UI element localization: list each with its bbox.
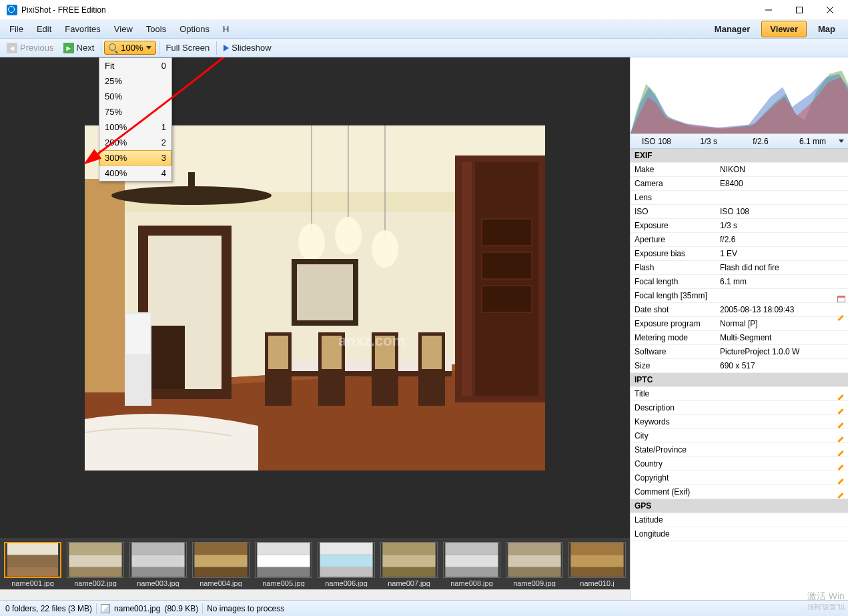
chevron-down-icon <box>839 139 844 143</box>
metadata-row[interactable]: Country <box>630 457 848 471</box>
svg-rect-52 <box>194 555 247 567</box>
maximize-button[interactable] <box>784 0 815 20</box>
calendar-icon <box>837 296 845 302</box>
svg-rect-55 <box>257 555 310 567</box>
thumbnail-image <box>318 542 375 578</box>
thumbnail-item[interactable]: name001.jpg <box>3 542 63 587</box>
thumbnail-item[interactable]: name005.jpg <box>254 542 314 587</box>
thumbnail-image <box>67 542 124 578</box>
metadata-section-exif: EXIF <box>630 149 848 163</box>
zoom-option-75[interactable]: 75% <box>99 104 171 119</box>
status-filename: name001.jpg <box>114 604 160 613</box>
svg-rect-18 <box>482 219 532 246</box>
image-viewer[interactable]: anxz.com Fit025%50%75%100%1200%2300%3400… <box>0 57 630 539</box>
zoom-option-Fit[interactable]: Fit0 <box>99 58 171 73</box>
menu-options[interactable]: Options <box>173 21 216 37</box>
thumbnail-item[interactable]: name009.jpg <box>504 542 564 587</box>
svg-rect-61 <box>382 555 435 567</box>
thumbnail-item[interactable]: name006.jpg <box>316 542 376 587</box>
svg-rect-58 <box>320 555 372 567</box>
zoom-option-25[interactable]: 25% <box>99 73 171 89</box>
menu-help[interactable]: H <box>216 21 236 37</box>
svg-rect-28 <box>188 172 195 196</box>
menu-tools[interactable]: Tools <box>139 21 173 37</box>
horizontal-scrollbar[interactable] <box>0 589 630 600</box>
svg-rect-57 <box>320 543 372 555</box>
metadata-row: SoftwarePictureProject 1.0.0 W <box>630 345 848 359</box>
exif-summary-bar[interactable]: ISO 108 1/3 s f/2.6 6.1 mm <box>630 134 848 149</box>
toolbar: ◄ Previous ► Next 100% Full Screen Slide… <box>0 39 848 57</box>
zoom-option-100[interactable]: 100%1 <box>99 119 171 135</box>
svg-rect-19 <box>482 252 532 279</box>
metadata-row[interactable]: Description <box>630 401 848 415</box>
svg-rect-60 <box>382 543 435 555</box>
thumbnail-label: name001.jpg <box>11 579 54 587</box>
svg-rect-38 <box>422 336 442 369</box>
thumbnail-label: name004.jpg <box>199 579 242 587</box>
zoom-option-300[interactable]: 300%3 <box>99 150 171 166</box>
thumbnail-label: name007.jpg <box>388 579 430 587</box>
thumbnail-label: name008.jpg <box>450 579 493 587</box>
thumbnail-item[interactable]: name003.jpg <box>128 542 188 587</box>
menu-favorites[interactable]: Favorites <box>58 21 107 37</box>
previous-button[interactable]: ◄ Previous <box>3 41 58 55</box>
pencil-icon <box>837 422 845 430</box>
metadata-row: Lens <box>630 191 848 205</box>
metadata-row[interactable]: Focal length [35mm] <box>630 289 848 303</box>
metadata-row[interactable]: Keywords <box>630 415 848 429</box>
thumbnail-label: name002.jpg <box>74 579 117 587</box>
menu-view[interactable]: View <box>107 21 139 37</box>
svg-rect-32 <box>268 336 288 369</box>
close-button[interactable] <box>815 0 845 20</box>
metadata-row: Aperturef/2.6 <box>630 233 848 247</box>
metadata-row[interactable]: Date shot2005-08-13 18:09:43 <box>630 303 848 317</box>
thumbnail-image <box>255 542 312 578</box>
metadata-row: Exposure bias1 EV <box>630 247 848 261</box>
fullscreen-button[interactable]: Full Screen <box>162 41 214 55</box>
mode-manager-button[interactable]: Manager <box>706 21 759 37</box>
pencil-icon <box>837 408 845 416</box>
mode-map-button[interactable]: Map <box>809 21 844 37</box>
slideshow-button[interactable]: Slideshow <box>220 41 275 55</box>
thumbnail-item[interactable]: name002.jpg <box>65 542 125 587</box>
svg-point-22 <box>298 224 325 261</box>
metadata-row[interactable]: Copyright <box>630 471 848 485</box>
pencil-icon <box>837 436 845 444</box>
minimize-button[interactable] <box>753 0 784 20</box>
play-icon <box>224 45 229 51</box>
svg-rect-59 <box>320 567 372 577</box>
thumbnail-item[interactable]: name010.j <box>567 542 627 587</box>
zoom-option-200[interactable]: 200%2 <box>99 135 171 150</box>
zoom-option-400[interactable]: 400%4 <box>99 166 171 181</box>
svg-point-24 <box>335 217 362 254</box>
metadata-row[interactable]: Title <box>630 387 848 401</box>
histogram[interactable] <box>630 57 848 134</box>
thumbnail-item[interactable]: name007.jpg <box>379 542 439 587</box>
thumbnail-item[interactable]: name004.jpg <box>191 542 251 587</box>
zoom-option-50[interactable]: 50% <box>99 89 171 104</box>
thumbnail-image <box>443 542 500 578</box>
svg-point-26 <box>372 230 398 268</box>
metadata-row: Longitude <box>630 527 848 541</box>
thumbnail-label: name009.jpg <box>513 579 556 587</box>
svg-rect-20 <box>482 286 532 312</box>
mode-viewer-button[interactable]: Viewer <box>761 21 807 37</box>
svg-rect-40 <box>297 264 353 320</box>
svg-rect-70 <box>570 555 623 567</box>
metadata-row[interactable]: State/Province <box>630 443 848 457</box>
svg-rect-62 <box>382 567 435 577</box>
zoom-dropdown-menu: Fit025%50%75%100%1200%2300%3400%4 <box>99 57 172 182</box>
next-button[interactable]: ► Next <box>59 41 99 55</box>
thumbnail-item[interactable]: name008.jpg <box>442 542 502 587</box>
menu-edit[interactable]: Edit <box>30 21 58 37</box>
metadata-row: MakeNIKON <box>630 163 848 177</box>
arrow-left-icon: ◄ <box>7 43 17 53</box>
svg-rect-47 <box>69 567 121 577</box>
thumbnail-image <box>380 542 438 578</box>
metadata-row[interactable]: City <box>630 429 848 443</box>
metadata-row[interactable]: Comment (Exif) <box>630 485 848 499</box>
menu-file[interactable]: File <box>3 21 30 37</box>
zoom-dropdown-button[interactable]: 100% <box>104 41 155 55</box>
thumbnail-label: name006.jpg <box>325 579 368 587</box>
svg-rect-68 <box>508 567 560 577</box>
